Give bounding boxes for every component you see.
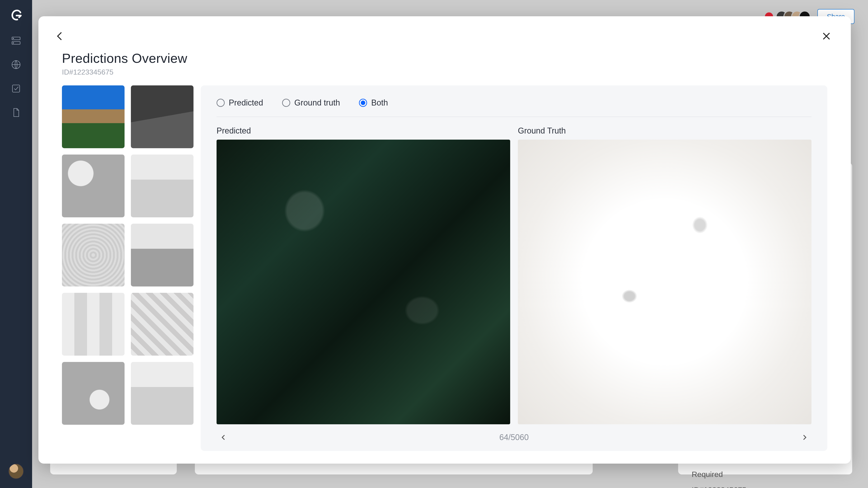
radio-label: Predicted: [229, 98, 263, 107]
svg-point-3: [13, 43, 14, 43]
nav-dashboard[interactable]: [10, 34, 22, 47]
thumbnail-item[interactable]: [62, 155, 125, 217]
thumbnail-item[interactable]: [131, 293, 193, 356]
nav-rail: [0, 0, 32, 488]
thumbnail-item[interactable]: [62, 362, 125, 425]
pager-position: 64/5060: [499, 433, 529, 442]
predictions-modal: Predictions Overview ID#1223345675 Predi…: [38, 16, 851, 464]
svg-point-2: [13, 38, 14, 39]
svg-rect-5: [12, 85, 20, 92]
user-avatar[interactable]: [8, 464, 24, 479]
radio-label: Ground truth: [294, 98, 340, 107]
thumbnail-item[interactable]: [131, 224, 193, 287]
radio-both[interactable]: Both: [359, 98, 388, 107]
record-id: ID#1223345675: [692, 486, 839, 488]
predicted-column: Predicted: [217, 126, 510, 424]
radio-icon: [282, 99, 290, 107]
nav-checkbox[interactable]: [10, 82, 22, 95]
preview-panel: Predicted Ground truth Both Predicted Gr: [201, 86, 827, 451]
nav-globe[interactable]: [10, 58, 22, 71]
thumbnail-item[interactable]: [131, 362, 193, 425]
ground-truth-heading: Ground Truth: [518, 126, 811, 135]
thumbnail-item[interactable]: [62, 224, 125, 287]
thumbnail-list[interactable]: [62, 86, 194, 451]
radio-predicted[interactable]: Predicted: [217, 98, 263, 107]
radio-icon: [359, 99, 367, 107]
radio-ground-truth[interactable]: Ground truth: [282, 98, 340, 107]
compare-row: Predicted Ground Truth: [217, 117, 811, 424]
app-logo[interactable]: [8, 7, 24, 23]
predicted-heading: Predicted: [217, 126, 510, 135]
close-icon: [822, 31, 831, 41]
back-button[interactable]: [52, 28, 68, 44]
pager: 64/5060: [217, 424, 811, 444]
chevron-left-icon: [55, 31, 65, 41]
predicted-image[interactable]: [217, 140, 510, 424]
status-label: Required: [692, 470, 839, 479]
close-button[interactable]: [818, 28, 835, 44]
pager-next-button[interactable]: [798, 431, 811, 444]
modal-subtitle: ID#1223345675: [62, 68, 851, 76]
ground-truth-image[interactable]: [518, 140, 811, 424]
pager-prev-button[interactable]: [217, 431, 230, 444]
chevron-right-icon: [801, 434, 808, 441]
thumbnail-item[interactable]: [131, 155, 193, 217]
thumbnail-item[interactable]: [62, 86, 125, 148]
view-mode-radio-group: Predicted Ground truth Both: [217, 98, 811, 117]
thumbnail-item[interactable]: [62, 293, 125, 356]
radio-label: Both: [371, 98, 388, 107]
modal-title: Predictions Overview: [62, 51, 851, 66]
thumbnail-item[interactable]: [131, 86, 193, 148]
radio-icon: [217, 99, 225, 107]
ground-truth-column: Ground Truth: [518, 126, 811, 424]
chevron-left-icon: [220, 434, 227, 441]
nav-file[interactable]: [10, 106, 22, 119]
